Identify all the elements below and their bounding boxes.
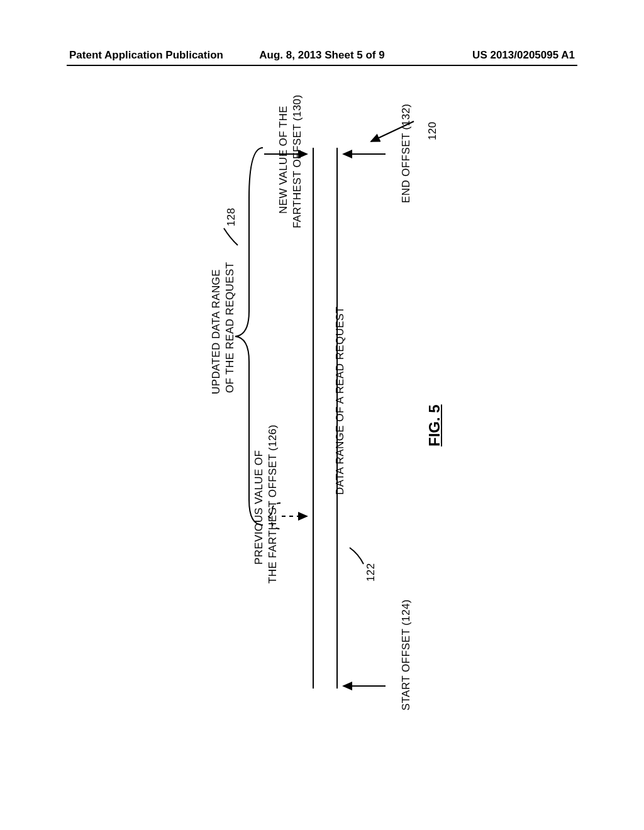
ref-128: 128 (225, 208, 238, 226)
ref-120: 120 (426, 121, 439, 140)
figure-caption: FIG. 5 (426, 404, 443, 446)
label-prev-value-2: THE FARTHEST OFFSET (126) (267, 424, 279, 584)
label-start-offset: START OFFSET (124) (400, 599, 413, 711)
figure-5: 120 128 UPDATED DATA RANGE OF THE READ R… (99, 110, 540, 714)
page-header: Patent Application Publication Aug. 8, 2… (0, 49, 644, 62)
header-right: US 2013/0205095 A1 (472, 49, 575, 62)
label-new-value-2: FARTHEST OFFSET (130) (291, 95, 304, 228)
label-updated-range-2: OF THE READ REQUEST (224, 262, 236, 393)
ref-122: 122 (365, 563, 377, 582)
label-end-offset: END OFFSET (132) (400, 104, 413, 203)
diagram-svg (99, 110, 540, 714)
label-prev-value-1: PREVIOUS VALUE OF (253, 450, 265, 565)
label-data-range: DATA RANGE OF A READ REQUEST (334, 306, 347, 495)
label-new-value-1: NEW VALUE OF THE (277, 106, 290, 214)
label-updated-range-1: UPDATED DATA RANGE (210, 269, 223, 394)
header-left: Patent Application Publication (69, 49, 223, 62)
header-rule (67, 65, 577, 66)
header-center: Aug. 8, 2013 Sheet 5 of 9 (259, 49, 384, 62)
